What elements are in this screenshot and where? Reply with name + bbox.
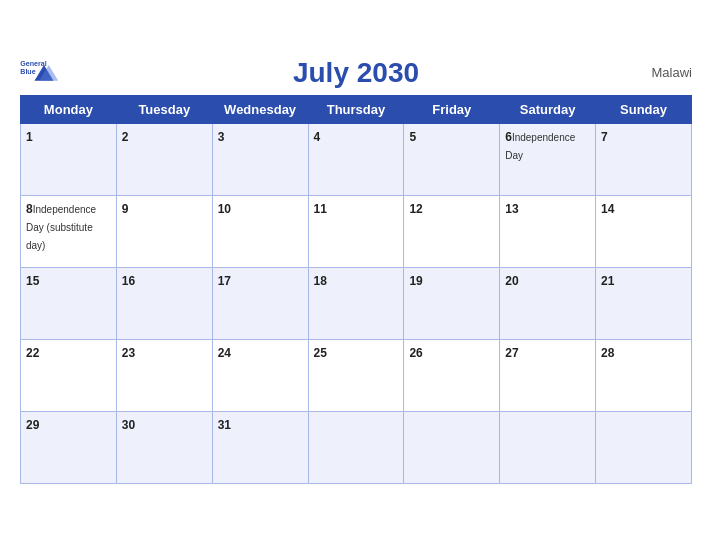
calendar-cell: 22 <box>21 339 117 411</box>
calendar-cell: 31 <box>212 411 308 483</box>
calendar-table: Monday Tuesday Wednesday Thursday Friday… <box>20 95 692 484</box>
calendar-cell: 16 <box>116 267 212 339</box>
header-monday: Monday <box>21 95 117 123</box>
calendar-cell: 24 <box>212 339 308 411</box>
day-number: 5 <box>409 130 416 144</box>
calendar-cell: 20 <box>500 267 596 339</box>
calendar-cell: 28 <box>596 339 692 411</box>
day-number: 16 <box>122 274 135 288</box>
calendar-cell: 29 <box>21 411 117 483</box>
day-number: 27 <box>505 346 518 360</box>
header-saturday: Saturday <box>500 95 596 123</box>
calendar-cell <box>308 411 404 483</box>
calendar-row-5: 293031 <box>21 411 692 483</box>
day-number: 28 <box>601 346 614 360</box>
day-number: 1 <box>26 130 33 144</box>
holiday-label: Independence Day (substitute day) <box>26 204 96 251</box>
calendar-cell: 21 <box>596 267 692 339</box>
calendar-cell: 9 <box>116 195 212 267</box>
calendar-cell: 8Independence Day (substitute day) <box>21 195 117 267</box>
calendar-cell: 11 <box>308 195 404 267</box>
calendar-cell: 4 <box>308 123 404 195</box>
day-number: 21 <box>601 274 614 288</box>
calendar-cell <box>404 411 500 483</box>
day-number: 11 <box>314 202 327 216</box>
calendar-cell: 12 <box>404 195 500 267</box>
day-number: 19 <box>409 274 422 288</box>
calendar-title: July 2030 <box>20 57 692 89</box>
header-friday: Friday <box>404 95 500 123</box>
calendar-cell: 10 <box>212 195 308 267</box>
calendar-header: General Blue July 2030 Malawi <box>20 57 692 89</box>
day-number: 12 <box>409 202 422 216</box>
generalblue-logo-icon: General Blue <box>20 57 60 87</box>
calendar-cell: 17 <box>212 267 308 339</box>
day-number: 7 <box>601 130 608 144</box>
holiday-label: Independence Day <box>505 132 575 161</box>
day-number: 4 <box>314 130 321 144</box>
weekday-header-row: Monday Tuesday Wednesday Thursday Friday… <box>21 95 692 123</box>
calendar-cell: 23 <box>116 339 212 411</box>
calendar-cell: 26 <box>404 339 500 411</box>
calendar-row-2: 8Independence Day (substitute day)910111… <box>21 195 692 267</box>
header-thursday: Thursday <box>308 95 404 123</box>
day-number: 6 <box>505 130 512 144</box>
header-tuesday: Tuesday <box>116 95 212 123</box>
day-number: 2 <box>122 130 129 144</box>
calendar-cell <box>500 411 596 483</box>
day-number: 9 <box>122 202 129 216</box>
day-number: 23 <box>122 346 135 360</box>
day-number: 24 <box>218 346 231 360</box>
day-number: 25 <box>314 346 327 360</box>
day-number: 17 <box>218 274 231 288</box>
calendar-cell: 1 <box>21 123 117 195</box>
day-number: 13 <box>505 202 518 216</box>
calendar-row-1: 123456Independence Day7 <box>21 123 692 195</box>
day-number: 3 <box>218 130 225 144</box>
country-label: Malawi <box>652 65 692 80</box>
day-number: 15 <box>26 274 39 288</box>
calendar-cell: 3 <box>212 123 308 195</box>
calendar-cell: 6Independence Day <box>500 123 596 195</box>
day-number: 26 <box>409 346 422 360</box>
calendar-cell: 2 <box>116 123 212 195</box>
calendar-wrapper: General Blue July 2030 Malawi Monday Tue… <box>0 47 712 504</box>
day-number: 20 <box>505 274 518 288</box>
calendar-cell: 14 <box>596 195 692 267</box>
day-number: 18 <box>314 274 327 288</box>
day-number: 14 <box>601 202 614 216</box>
calendar-cell: 18 <box>308 267 404 339</box>
calendar-cell: 5 <box>404 123 500 195</box>
calendar-row-4: 22232425262728 <box>21 339 692 411</box>
header-wednesday: Wednesday <box>212 95 308 123</box>
calendar-cell: 19 <box>404 267 500 339</box>
header-sunday: Sunday <box>596 95 692 123</box>
day-number: 10 <box>218 202 231 216</box>
svg-text:Blue: Blue <box>20 68 35 76</box>
day-number: 31 <box>218 418 231 432</box>
day-number: 8 <box>26 202 33 216</box>
day-number: 22 <box>26 346 39 360</box>
calendar-cell: 25 <box>308 339 404 411</box>
logo-area: General Blue <box>20 57 60 87</box>
calendar-cell: 27 <box>500 339 596 411</box>
calendar-cell: 15 <box>21 267 117 339</box>
calendar-row-3: 15161718192021 <box>21 267 692 339</box>
day-number: 29 <box>26 418 39 432</box>
calendar-cell: 30 <box>116 411 212 483</box>
calendar-cell: 7 <box>596 123 692 195</box>
calendar-cell: 13 <box>500 195 596 267</box>
calendar-cell <box>596 411 692 483</box>
day-number: 30 <box>122 418 135 432</box>
